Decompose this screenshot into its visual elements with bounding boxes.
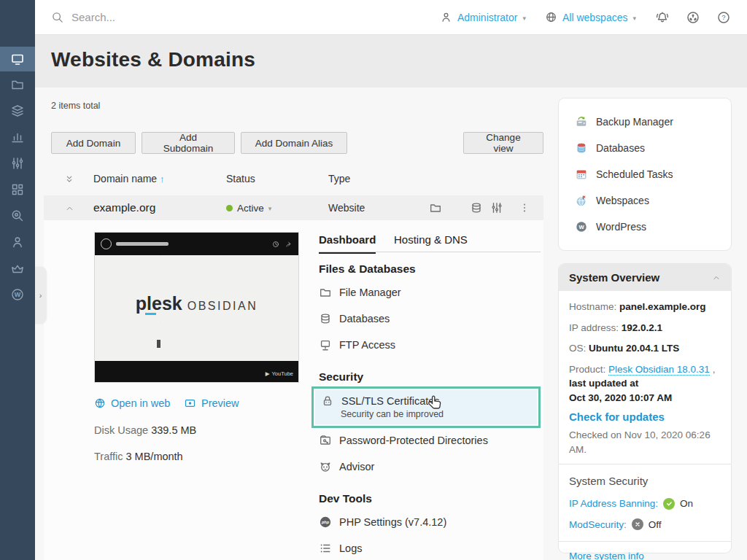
youtube-logo: ▶YouTube	[266, 370, 293, 377]
bar-chart-icon	[10, 130, 25, 144]
modsecurity-row: ModSecurity: Off	[569, 518, 721, 532]
monitor-icon	[10, 52, 25, 66]
disk-usage-label: Disk Usage	[94, 424, 151, 436]
sidebar-item-extensions[interactable]	[0, 176, 35, 203]
ip-label: IP address:	[569, 322, 622, 333]
traffic: Traffic 3 MB/month	[94, 451, 183, 462]
ssl-tls-certificates-label: SSL/TLS Certificates	[341, 395, 440, 407]
add-subdomain-button[interactable]: Add Subdomain	[142, 132, 235, 154]
collapse-row-control[interactable]	[65, 195, 74, 220]
databases-color-icon	[575, 141, 588, 155]
product-version-link[interactable]: Plesk Obsidian 18.0.31	[608, 364, 710, 376]
php-settings-label: PHP Settings (v7.4.12)	[339, 516, 446, 528]
ip-address-banning-link[interactable]: IP Address Banning:	[569, 497, 658, 511]
advisor-link[interactable]: Advisor	[319, 460, 374, 473]
play-icon: ▶	[266, 370, 270, 377]
databases-quick-link[interactable]: Databases	[559, 135, 731, 161]
sidebar-spacer	[0, 0, 35, 47]
page-title: Websites & Domains	[51, 48, 255, 71]
modsecurity-link[interactable]: ModSecurity:	[569, 518, 627, 532]
sidebar-item-layers[interactable]	[0, 98, 35, 124]
last-updated-label: last updated at	[569, 378, 638, 389]
sidebar-item-seo-toolkit[interactable]	[0, 203, 35, 229]
databases-label: Databases	[339, 313, 390, 324]
system-security-section: System Security IP Address Banning: On M…	[559, 464, 731, 541]
webspaces-link[interactable]: Webspaces	[559, 187, 731, 214]
domain-name-link[interactable]: example.org	[93, 195, 155, 220]
sidebar-item-wordpress[interactable]: W	[0, 281, 35, 308]
ssl-tls-certificates-link[interactable]: SSL/TLS Certificates Security can be imp…	[311, 386, 541, 428]
wordpress-color-icon: W	[575, 220, 588, 233]
system-overview-header[interactable]: System Overview	[559, 264, 731, 291]
php-icon: php	[319, 516, 332, 529]
ftp-icon	[319, 338, 332, 351]
webspace-selector[interactable]: All webspaces ▾	[545, 11, 636, 23]
wordpress-quick-link[interactable]: W WordPress	[559, 214, 731, 240]
whats-new-button[interactable]	[686, 10, 700, 25]
sidebar-item-users[interactable]	[0, 229, 35, 255]
row-hosting-settings-button[interactable]	[490, 195, 503, 220]
sidebar-item-websites-domains[interactable]	[0, 47, 35, 71]
column-header-status[interactable]: Status	[226, 173, 255, 184]
svg-text:php: php	[321, 520, 330, 524]
question-icon: ?	[716, 10, 731, 25]
video-control-bar: ▶YouTube	[95, 361, 298, 383]
file-manager-label: File Manager	[339, 287, 401, 298]
top-bar: Administrator ▾ All webspaces ▾ ?	[35, 0, 747, 35]
search-at-icon	[10, 209, 25, 223]
video-frame: pleskOBSIDIAN	[95, 255, 298, 361]
row-databases-button[interactable]	[470, 195, 483, 220]
search-box[interactable]	[51, 11, 440, 24]
sidebar-item-files[interactable]	[0, 71, 35, 98]
notifications-button[interactable]	[655, 10, 670, 25]
backup-manager-link[interactable]: Backup Manager	[559, 109, 731, 135]
ftp-access-link[interactable]: FTP Access	[319, 338, 395, 351]
check-for-updates-link[interactable]: Check for updates	[569, 409, 721, 425]
column-header-domain-label: Domain name	[93, 173, 157, 184]
more-system-info-link[interactable]: More system info	[569, 551, 644, 560]
search-input[interactable]	[71, 11, 290, 23]
scheduled-tasks-link[interactable]: Scheduled Tasks	[559, 161, 731, 187]
status-on-icon	[663, 498, 675, 510]
disk-usage-value: 339.5 MB	[151, 424, 196, 436]
ip-banning-row: IP Address Banning: On	[569, 497, 721, 511]
user-menu-label: Administrator	[457, 12, 517, 23]
eye-icon	[184, 397, 196, 409]
ip-value: 192.0.2.1	[622, 322, 662, 333]
change-view-button[interactable]: Change view	[463, 132, 543, 154]
sidebar-item-statistics[interactable]	[0, 124, 35, 150]
sidebar-item-tools-settings[interactable]	[0, 150, 35, 176]
chevron-down-icon: ▾	[522, 15, 526, 22]
webspace-selector-label: All webspaces	[562, 12, 628, 23]
user-menu[interactable]: Administrator ▾	[440, 11, 526, 23]
tab-dashboard[interactable]: Dashboard	[319, 233, 376, 254]
sidebar-item-plesk-premium[interactable]	[0, 255, 35, 281]
protected-directory-icon	[319, 434, 332, 447]
sidebar-expand-handle[interactable]: ›	[35, 267, 46, 324]
file-manager-link[interactable]: File Manager	[319, 286, 401, 299]
advisor-owl-icon	[319, 460, 332, 473]
youtube-label: YouTube	[272, 370, 293, 377]
advisor-label: Advisor	[339, 461, 374, 472]
open-in-web-link[interactable]: Open in web	[94, 397, 170, 409]
tab-hosting-dns[interactable]: Hosting & DNS	[394, 233, 468, 252]
php-settings-link[interactable]: php PHP Settings (v7.4.12)	[319, 516, 446, 529]
preview-link[interactable]: Preview	[184, 397, 239, 409]
row-more-menu-button[interactable]	[519, 195, 530, 220]
add-domain-alias-button[interactable]: Add Domain Alias	[241, 132, 347, 154]
status-dropdown[interactable]: Active ▾	[226, 195, 271, 220]
logs-link[interactable]: Logs	[319, 542, 362, 555]
user-icon	[440, 11, 452, 23]
promo-video-thumbnail[interactable]: pleskOBSIDIAN ▶YouTube	[94, 232, 299, 383]
column-header-type[interactable]: Type	[328, 173, 350, 184]
row-file-manager-button[interactable]	[429, 195, 442, 220]
column-header-domain[interactable]: Domain name ↑	[93, 173, 165, 184]
add-domain-button[interactable]: Add Domain	[51, 132, 136, 154]
product-line: Product: Plesk Obsidian 18.0.31 , last u…	[569, 362, 721, 405]
help-button[interactable]: ?	[716, 10, 731, 25]
items-total: 2 items total	[51, 101, 100, 111]
databases-link[interactable]: Databases	[319, 312, 390, 325]
password-protected-directories-link[interactable]: Password-Protected Directories	[319, 434, 488, 447]
kebab-menu-icon	[519, 202, 530, 214]
collapse-all-control[interactable]	[64, 174, 74, 184]
